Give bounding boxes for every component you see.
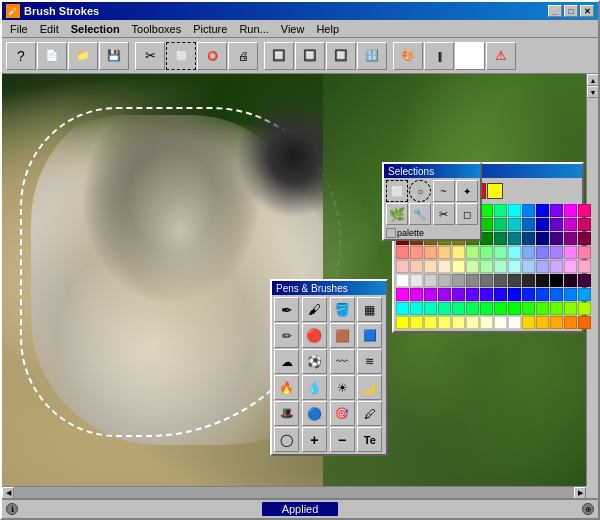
color-cell-62[interactable] <box>480 260 493 273</box>
sel-freehand[interactable]: ~ <box>433 180 455 202</box>
tool-minus[interactable]: − <box>330 427 355 452</box>
color-cell-114[interactable] <box>424 316 437 329</box>
color-cell-91[interactable] <box>494 288 507 301</box>
color-cell-58[interactable] <box>424 260 437 273</box>
toolbar-white[interactable] <box>455 42 485 70</box>
color-cell-101[interactable] <box>438 302 451 315</box>
color-cell-66[interactable] <box>536 260 549 273</box>
color-cell-108[interactable] <box>536 302 549 315</box>
color-cell-102[interactable] <box>452 302 465 315</box>
color-cell-100[interactable] <box>424 302 437 315</box>
sel-ellipse[interactable]: ○ <box>409 180 431 202</box>
color-cell-68[interactable] <box>564 260 577 273</box>
color-cell-122[interactable] <box>536 316 549 329</box>
toolbar-b3[interactable]: 🔲 <box>326 42 356 70</box>
color-cell-36[interactable] <box>508 232 521 245</box>
color-cell-49[interactable] <box>494 246 507 259</box>
color-cell-70[interactable] <box>396 274 409 287</box>
color-cell-40[interactable] <box>564 232 577 245</box>
color-cell-78[interactable] <box>508 274 521 287</box>
color-cell-74[interactable] <box>452 274 465 287</box>
tool-fire[interactable]: 🔥 <box>274 375 299 400</box>
color-cell-112[interactable] <box>396 316 409 329</box>
color-cell-56[interactable] <box>396 260 409 273</box>
minimize-button[interactable]: _ <box>548 5 562 17</box>
tool-stamp[interactable]: 🟫 <box>330 323 355 348</box>
color-cell-53[interactable] <box>550 246 563 259</box>
color-cell-45[interactable] <box>438 246 451 259</box>
color-cell-94[interactable] <box>536 288 549 301</box>
color-cell-113[interactable] <box>410 316 423 329</box>
color-cell-77[interactable] <box>494 274 507 287</box>
tool-eraser2[interactable]: 🔴 <box>302 323 327 348</box>
color-cell-84[interactable] <box>396 288 409 301</box>
tool-brush2[interactable]: 🖊 <box>357 401 382 426</box>
maximize-button[interactable]: □ <box>564 5 578 17</box>
color-cell-106[interactable] <box>508 302 521 315</box>
color-cell-44[interactable] <box>424 246 437 259</box>
color-cell-111[interactable] <box>578 302 591 315</box>
color-cell-115[interactable] <box>438 316 451 329</box>
swatch-yellow[interactable] <box>487 183 503 199</box>
color-cell-116[interactable] <box>452 316 465 329</box>
menu-edit[interactable]: Edit <box>34 21 65 37</box>
tool-moon[interactable]: 🌙 <box>357 375 382 400</box>
color-cell-90[interactable] <box>480 288 493 301</box>
color-cell-64[interactable] <box>508 260 521 273</box>
color-cell-87[interactable] <box>438 288 451 301</box>
color-cell-89[interactable] <box>466 288 479 301</box>
tool-circle[interactable]: ⚽ <box>302 349 327 374</box>
color-cell-11[interactable] <box>550 204 563 217</box>
color-cell-75[interactable] <box>466 274 479 287</box>
scroll-track-h[interactable] <box>14 487 574 498</box>
tool-plus[interactable]: + <box>302 427 327 452</box>
color-cell-43[interactable] <box>410 246 423 259</box>
color-cell-41[interactable] <box>578 232 591 245</box>
menu-run[interactable]: Run... <box>233 21 274 37</box>
color-cell-24[interactable] <box>536 218 549 231</box>
tool-roller[interactable]: 🟦 <box>357 323 382 348</box>
color-cell-121[interactable] <box>522 316 535 329</box>
tool-text[interactable]: Te <box>357 427 382 452</box>
tool-cone[interactable]: 🎯 <box>330 401 355 426</box>
toolbar-warning[interactable]: ⚠ <box>486 42 516 70</box>
color-cell-47[interactable] <box>466 246 479 259</box>
color-cell-76[interactable] <box>480 274 493 287</box>
color-cell-57[interactable] <box>410 260 423 273</box>
menu-selection[interactable]: Selection <box>65 21 126 37</box>
color-cell-92[interactable] <box>508 288 521 301</box>
color-cell-13[interactable] <box>578 204 591 217</box>
color-cell-119[interactable] <box>494 316 507 329</box>
color-cell-60[interactable] <box>452 260 465 273</box>
sel-wand[interactable]: 🔧 <box>409 203 431 225</box>
color-cell-110[interactable] <box>564 302 577 315</box>
tool-bucket[interactable]: 🪣 <box>330 297 355 322</box>
color-cell-39[interactable] <box>550 232 563 245</box>
color-cell-9[interactable] <box>522 204 535 217</box>
color-cell-25[interactable] <box>550 218 563 231</box>
menu-view[interactable]: View <box>275 21 311 37</box>
color-cell-67[interactable] <box>550 260 563 273</box>
color-cell-21[interactable] <box>494 218 507 231</box>
tool-flatten[interactable]: 〰 <box>330 349 355 374</box>
toolbar-new[interactable]: 📄 <box>37 42 67 70</box>
tool-smudge[interactable]: ☁ <box>274 349 299 374</box>
color-cell-22[interactable] <box>508 218 521 231</box>
toolbar-select-ellipse[interactable]: ⭕ <box>197 42 227 70</box>
color-cell-99[interactable] <box>410 302 423 315</box>
toolbar-palette[interactable]: 🎨 <box>393 42 423 70</box>
tool-drop[interactable]: 💧 <box>302 375 327 400</box>
color-cell-65[interactable] <box>522 260 535 273</box>
color-cell-123[interactable] <box>550 316 563 329</box>
scroll-right-button[interactable]: ▶ <box>574 487 586 498</box>
color-cell-95[interactable] <box>550 288 563 301</box>
color-cell-107[interactable] <box>522 302 535 315</box>
color-cell-82[interactable] <box>564 274 577 287</box>
color-cell-104[interactable] <box>480 302 493 315</box>
color-cell-35[interactable] <box>494 232 507 245</box>
sel-leaf[interactable]: 🌿 <box>386 203 408 225</box>
color-cell-26[interactable] <box>564 218 577 231</box>
color-cell-96[interactable] <box>564 288 577 301</box>
scroll-down-button[interactable]: ▼ <box>587 86 598 98</box>
color-cell-52[interactable] <box>536 246 549 259</box>
